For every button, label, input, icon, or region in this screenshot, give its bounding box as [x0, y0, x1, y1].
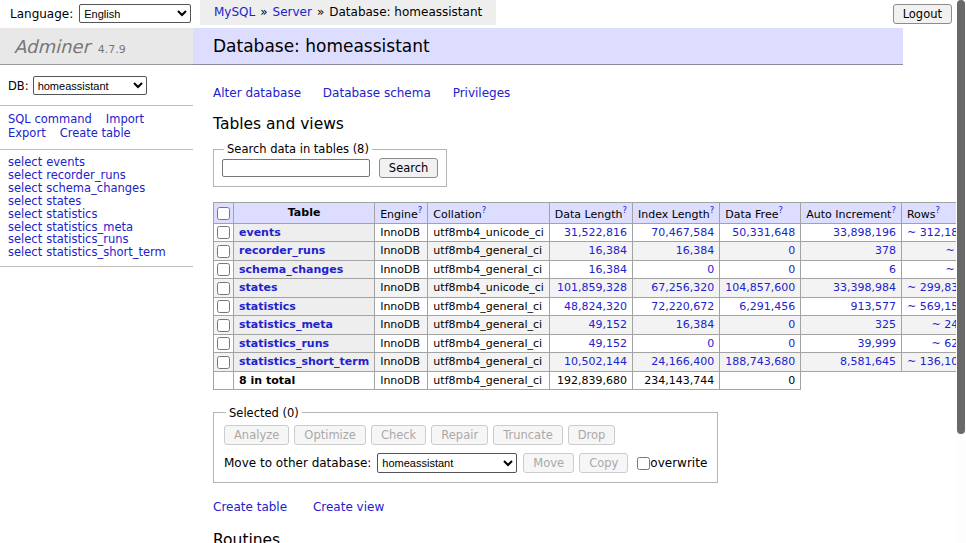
auto-increment-link[interactable]: 325	[875, 318, 896, 331]
table-name-link[interactable]: statistics_meta	[46, 220, 133, 234]
select-link[interactable]: select	[8, 168, 42, 182]
sidebar-link-create-table[interactable]: Create table	[60, 126, 131, 140]
index-length-link[interactable]: 72,220,672	[651, 300, 714, 313]
column-help-link[interactable]: ?	[623, 208, 628, 221]
row-checkbox[interactable]	[217, 319, 230, 332]
alter-database-link[interactable]: Alter database	[213, 86, 301, 100]
column-help-link[interactable]: ?	[710, 208, 715, 221]
copy-button[interactable]: Copy	[579, 453, 628, 473]
breadcrumb-link-server[interactable]: Server	[273, 5, 312, 19]
index-length-link[interactable]: 16,384	[676, 244, 715, 257]
table-name-link[interactable]: recorder_runs	[46, 168, 126, 182]
table-link[interactable]: schema_changes	[239, 263, 343, 276]
index-length-link[interactable]: 70,467,584	[651, 226, 714, 239]
create-view-link[interactable]: Create view	[313, 500, 384, 514]
data-free-link[interactable]: 104,857,600	[725, 281, 795, 294]
select-link[interactable]: select	[8, 232, 42, 246]
data-length-link[interactable]: 48,824,320	[564, 300, 627, 313]
move-db-select[interactable]: homeassistant	[377, 453, 517, 473]
column-help-link[interactable]: ?	[891, 208, 896, 221]
data-length-link[interactable]: 101,859,328	[557, 281, 627, 294]
table-link[interactable]: recorder_runs	[239, 244, 325, 257]
auto-increment-link[interactable]: 33,398,984	[833, 281, 896, 294]
row-checkbox[interactable]	[217, 245, 230, 258]
select-link[interactable]: select	[8, 220, 42, 234]
sidebar-link-export[interactable]: Export	[8, 126, 46, 140]
truncate-button[interactable]: Truncate	[493, 425, 563, 445]
data-free-link[interactable]: 188,743,680	[725, 355, 795, 368]
select-link[interactable]: select	[8, 207, 42, 221]
db-select[interactable]: homeassistant	[33, 76, 147, 95]
auto-increment-link[interactable]: 33,898,196	[833, 226, 896, 239]
table-name-link[interactable]: statistics_runs	[46, 232, 128, 246]
data-length-link[interactable]: 16,384	[589, 263, 628, 276]
row-checkbox[interactable]	[217, 226, 230, 239]
table-name-link[interactable]: statistics_short_term	[46, 245, 166, 259]
data-free-link[interactable]: 0	[788, 318, 795, 331]
column-help-link[interactable]: ?	[418, 208, 423, 221]
table-link[interactable]: states	[239, 281, 278, 294]
logout-button[interactable]: Logout	[893, 4, 952, 24]
column-help-link[interactable]: ?	[778, 208, 783, 221]
repair-button[interactable]: Repair	[431, 425, 488, 445]
data-free-link[interactable]: 0	[788, 263, 795, 276]
search-button[interactable]: Search	[379, 158, 439, 178]
data-length-link[interactable]: 10,502,144	[564, 355, 627, 368]
language-select[interactable]: English	[79, 4, 191, 23]
logo-title[interactable]: Adminer	[14, 36, 90, 57]
column-help-link[interactable]: ?	[482, 208, 487, 221]
data-free-link[interactable]: 6,291,456	[739, 300, 795, 313]
index-length-link[interactable]: 0	[707, 337, 714, 350]
sidebar-link-sql-command[interactable]: SQL command	[8, 112, 92, 126]
select-link[interactable]: select	[8, 194, 42, 208]
data-length-link[interactable]: 49,152	[589, 337, 628, 350]
auto-increment-link[interactable]: 6	[889, 263, 896, 276]
drop-button[interactable]: Drop	[568, 425, 616, 445]
select-all-checkbox[interactable]	[217, 207, 230, 220]
column-help-link[interactable]: ?	[936, 208, 941, 221]
table-name-link[interactable]: schema_changes	[46, 181, 145, 195]
database-schema-link[interactable]: Database schema	[323, 86, 431, 100]
table-name-link[interactable]: states	[46, 194, 81, 208]
auto-increment-link[interactable]: 378	[875, 244, 896, 257]
row-checkbox[interactable]	[217, 300, 230, 313]
index-length-link[interactable]: 24,166,400	[651, 355, 714, 368]
auto-increment-link[interactable]: 8,581,645	[840, 355, 896, 368]
index-length-link[interactable]: 67,256,320	[651, 281, 714, 294]
select-link[interactable]: select	[8, 155, 42, 169]
auto-increment-link[interactable]: 913,577	[850, 300, 896, 313]
table-link[interactable]: events	[239, 226, 281, 239]
vertical-scrollbar[interactable]	[956, 0, 966, 543]
row-checkbox[interactable]	[217, 356, 230, 369]
row-checkbox[interactable]	[217, 263, 230, 276]
analyze-button[interactable]: Analyze	[224, 425, 289, 445]
table-link[interactable]: statistics_short_term	[239, 355, 369, 368]
sidebar-link-import[interactable]: Import	[106, 112, 144, 126]
select-link[interactable]: select	[8, 245, 42, 259]
row-checkbox[interactable]	[217, 337, 230, 350]
scrollbar-thumb[interactable]	[957, 0, 965, 434]
overwrite-checkbox[interactable]	[637, 457, 650, 470]
index-length-link[interactable]: 16,384	[676, 318, 715, 331]
index-length-link[interactable]: 0	[707, 263, 714, 276]
table-name-link[interactable]: statistics	[46, 207, 97, 221]
check-button[interactable]: Check	[371, 425, 426, 445]
row-checkbox[interactable]	[217, 282, 230, 295]
table-link[interactable]: statistics_meta	[239, 318, 333, 331]
optimize-button[interactable]: Optimize	[294, 425, 366, 445]
privileges-link[interactable]: Privileges	[453, 86, 511, 100]
create-table-link[interactable]: Create table	[213, 500, 287, 514]
search-input[interactable]	[222, 159, 370, 177]
table-link[interactable]: statistics_runs	[239, 337, 329, 350]
move-button[interactable]: Move	[523, 453, 574, 473]
data-free-link[interactable]: 50,331,648	[732, 226, 795, 239]
select-link[interactable]: select	[8, 181, 42, 195]
data-free-link[interactable]: 0	[788, 244, 795, 257]
table-link[interactable]: statistics	[239, 300, 296, 313]
auto-increment-link[interactable]: 39,999	[857, 337, 896, 350]
data-length-link[interactable]: 31,522,816	[564, 226, 627, 239]
data-free-link[interactable]: 0	[788, 337, 795, 350]
data-length-link[interactable]: 16,384	[589, 244, 628, 257]
data-length-link[interactable]: 49,152	[589, 318, 628, 331]
table-name-link[interactable]: events	[46, 155, 85, 169]
